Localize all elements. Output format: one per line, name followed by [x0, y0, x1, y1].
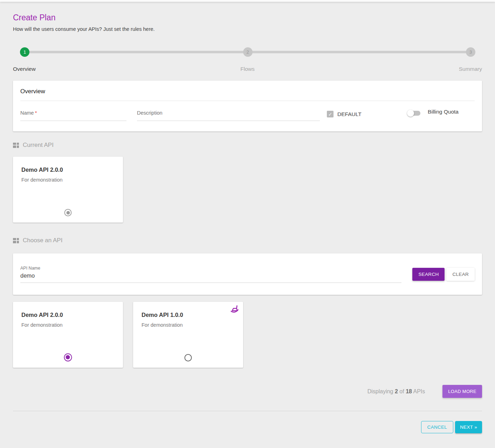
- name-field[interactable]: Name*: [20, 110, 126, 121]
- api-card-title: Demo API 2.0.0: [21, 312, 115, 318]
- current-api-radio[interactable]: [64, 209, 72, 216]
- description-field[interactable]: Description: [137, 110, 320, 121]
- check-icon: ✓: [328, 112, 332, 117]
- api-name-field: API Name: [20, 266, 401, 283]
- step-3-summary[interactable]: 3: [466, 47, 475, 57]
- billing-quota-label: Billing Quota: [428, 109, 459, 115]
- api-card-demo-2[interactable]: Demo API 2.0.0 For demonstration: [13, 302, 123, 368]
- footer-actions: CANCEL NEXT »: [13, 421, 482, 433]
- api-card-title: Demo API 1.0.0: [142, 312, 235, 318]
- default-checkbox-label: DEFAULT: [337, 111, 362, 117]
- default-checkbox-group: ✓ DEFAULT: [327, 111, 362, 117]
- name-field-label: Name: [20, 110, 34, 116]
- api-card-title: Demo API 2.0.0: [21, 167, 115, 173]
- api-name-input[interactable]: [20, 272, 401, 283]
- current-api-card[interactable]: Demo API 2.0.0 For demonstration: [13, 157, 123, 223]
- overview-card: Overview Name* Description ✓ DEFAULT Bil…: [13, 81, 482, 131]
- api-radio-selected[interactable]: [64, 353, 72, 361]
- step-1-overview[interactable]: 1: [20, 47, 29, 57]
- overview-heading: Overview: [20, 88, 475, 101]
- search-button[interactable]: SEARCH: [412, 268, 445, 281]
- next-button[interactable]: NEXT »: [455, 421, 482, 433]
- page-subtitle: How will the users consume your APIs? Ju…: [13, 26, 482, 32]
- count-total: 18: [406, 388, 412, 394]
- rocking-chair-icon: [230, 305, 240, 314]
- toggle-knob-icon: [407, 110, 414, 117]
- required-asterisk: *: [35, 110, 37, 116]
- current-api-heading: Current API: [23, 142, 54, 149]
- overview-form-row: Name* Description ✓ DEFAULT Billing Quot…: [20, 110, 475, 121]
- footer-divider: [13, 411, 482, 411]
- choose-api-header: Choose an API: [13, 237, 482, 244]
- api-card-description: For demonstration: [21, 177, 115, 183]
- current-api-header: Current API: [13, 142, 482, 149]
- api-name-label: API Name: [20, 266, 401, 271]
- api-card-description: For demonstration: [21, 322, 115, 328]
- cancel-button[interactable]: CANCEL: [421, 421, 454, 433]
- top-toolbar-shadow: [0, 0, 495, 2]
- api-search-card: API Name SEARCH CLEAR: [13, 253, 482, 295]
- api-card-demo-1[interactable]: Demo API 1.0.0 For demonstration: [133, 302, 243, 368]
- load-more-button[interactable]: LOAD MORE: [442, 385, 482, 398]
- wizard-stepper: 1 2 3 Overview Flows Summary: [13, 47, 482, 67]
- step-2-flows[interactable]: 2: [243, 47, 253, 57]
- create-plan-page: Create Plan How will the users consume y…: [0, 13, 495, 433]
- api-card-description: For demonstration: [142, 322, 235, 328]
- clear-button[interactable]: CLEAR: [446, 268, 475, 281]
- step-labels: Overview Flows Summary: [13, 66, 482, 73]
- step-label-flows: Flows: [240, 66, 254, 72]
- default-checkbox[interactable]: ✓: [327, 111, 334, 117]
- pagination-row: Displaying 2 of 18 APIs LOAD MORE: [13, 385, 482, 398]
- count-shown: 2: [395, 388, 398, 394]
- description-field-label: Description: [137, 110, 163, 116]
- grid-icon: [13, 143, 19, 148]
- choose-api-heading: Choose an API: [23, 237, 62, 244]
- api-results-row: Demo API 2.0.0 For demonstration Demo AP…: [13, 302, 482, 368]
- page-title: Create Plan: [13, 13, 482, 22]
- billing-quota-toggle-group: Billing Quota: [408, 110, 459, 116]
- step-label-summary: Summary: [459, 66, 482, 72]
- pagination-text: Displaying 2 of 18 APIs: [367, 388, 425, 395]
- billing-quota-toggle[interactable]: [408, 111, 420, 116]
- step-label-overview: Overview: [13, 66, 36, 72]
- grid-icon: [13, 238, 19, 243]
- api-radio-unselected[interactable]: [185, 354, 192, 361]
